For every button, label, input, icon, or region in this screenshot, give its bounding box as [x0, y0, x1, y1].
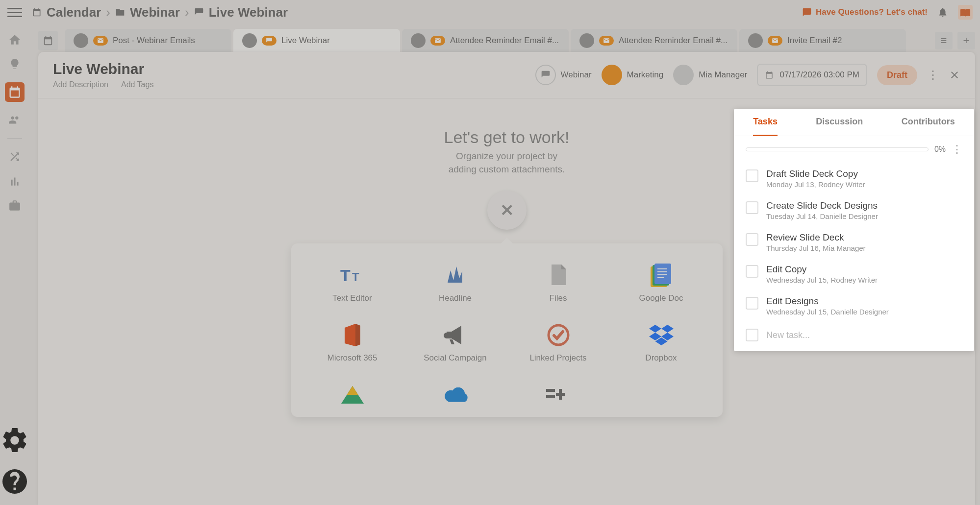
- svg-text:T: T: [340, 266, 351, 285]
- help-icon[interactable]: [0, 467, 29, 496]
- tasks-more-menu[interactable]: ⋮: [952, 143, 962, 156]
- shuffle-icon[interactable]: [8, 150, 21, 163]
- contributors-tab[interactable]: Contributors: [902, 109, 955, 136]
- attach-social-campaign[interactable]: Social Campaign: [409, 323, 502, 363]
- task-checkbox[interactable]: [746, 233, 758, 246]
- new-task-input[interactable]: New task...: [734, 322, 974, 341]
- attach-microsoft-365[interactable]: Microsoft 365: [306, 323, 399, 363]
- task-meta: Monday Jul 13, Rodney Writer: [766, 180, 865, 189]
- attach-files[interactable]: Files: [512, 263, 605, 303]
- attach-more-2[interactable]: [409, 383, 502, 407]
- attach-more-1[interactable]: [306, 383, 399, 407]
- svg-text:T: T: [352, 270, 359, 284]
- calendar-view-button[interactable]: [38, 31, 58, 50]
- svg-rect-6: [657, 271, 667, 272]
- guide-icon[interactable]: [958, 5, 973, 20]
- date-picker[interactable]: 07/17/2026 03:00 PM: [757, 64, 867, 86]
- tab-bar: Post - Webinar Emails Live Webinar Atten…: [38, 28, 975, 53]
- page-title: Live Webinar: [53, 61, 535, 77]
- attach-text-editor[interactable]: TTText Editor: [306, 263, 399, 303]
- tab-list-button[interactable]: ≡: [935, 32, 953, 49]
- document-tab[interactable]: Invite Email #2: [739, 29, 906, 52]
- document-tab-active[interactable]: Live Webinar: [233, 29, 400, 52]
- svg-rect-7: [657, 274, 667, 275]
- progress-bar: [746, 147, 929, 151]
- folder-icon: [115, 7, 125, 17]
- calendar-icon: [32, 7, 42, 17]
- assets-icon[interactable]: [8, 199, 21, 212]
- task-checkbox[interactable]: [746, 265, 758, 278]
- svg-rect-10: [546, 389, 555, 392]
- task-title: Draft Slide Deck Copy: [766, 168, 865, 179]
- task-meta: Tuesday Jul 14, Danielle Designer: [766, 212, 878, 220]
- breadcrumb-folder[interactable]: Webinar: [130, 5, 180, 20]
- owner-chip[interactable]: Mia Manager: [673, 65, 747, 85]
- status-badge[interactable]: Draft: [877, 65, 917, 85]
- hamburger-menu[interactable]: [7, 5, 22, 20]
- document-tab[interactable]: Attendee Reminder Email #...: [571, 29, 737, 52]
- new-tab-button[interactable]: +: [957, 32, 975, 49]
- svg-rect-4: [654, 264, 671, 284]
- task-title: Create Slide Deck Designs: [766, 200, 878, 211]
- tasks-panel: Tasks Discussion Contributors 0% ⋮ Draft…: [734, 109, 974, 351]
- task-item[interactable]: Create Slide Deck DesignsTuesday Jul 14,…: [746, 194, 962, 226]
- calendar-nav-icon[interactable]: [5, 82, 25, 102]
- svg-rect-11: [546, 395, 555, 398]
- task-checkbox[interactable]: [746, 201, 758, 214]
- settings-icon[interactable]: [0, 426, 29, 455]
- task-title: Review Slide Deck: [766, 232, 866, 243]
- attach-more-3[interactable]: [512, 383, 605, 407]
- attach-google-doc[interactable]: Google Doc: [615, 263, 708, 303]
- attach-headline[interactable]: Headline: [409, 263, 502, 303]
- breadcrumb: Calendar › Webinar › Live Webinar: [32, 5, 288, 20]
- document-tab[interactable]: Post - Webinar Emails: [65, 29, 231, 52]
- task-checkbox[interactable]: [746, 297, 758, 310]
- discussion-tab[interactable]: Discussion: [816, 109, 863, 136]
- webinar-icon: [194, 7, 204, 17]
- team-icon[interactable]: [8, 114, 21, 126]
- home-icon[interactable]: [8, 33, 21, 46]
- breadcrumb-calendar[interactable]: Calendar: [47, 5, 101, 20]
- svg-rect-8: [657, 277, 664, 278]
- close-icon[interactable]: [949, 69, 960, 81]
- add-description[interactable]: Add Description: [53, 80, 108, 89]
- task-meta: Thursday Jul 16, Mia Manager: [766, 244, 866, 252]
- task-meta: Wednesday Jul 15, Danielle Designer: [766, 308, 889, 316]
- attach-dropbox[interactable]: Dropbox: [615, 323, 708, 363]
- task-title: Edit Copy: [766, 264, 878, 275]
- close-attachments-button[interactable]: ✕: [487, 191, 527, 230]
- analytics-icon[interactable]: [8, 175, 21, 188]
- document-tab[interactable]: Attendee Reminder Email #...: [402, 29, 569, 52]
- svg-rect-13: [556, 393, 565, 396]
- more-menu[interactable]: ⋮: [927, 68, 939, 82]
- breadcrumb-item[interactable]: Live Webinar: [209, 5, 288, 20]
- task-item[interactable]: Review Slide DeckThursday Jul 16, Mia Ma…: [746, 226, 962, 258]
- category-chip[interactable]: Marketing: [602, 65, 664, 85]
- task-meta: Wednesday Jul 15, Rodney Writer: [766, 276, 878, 284]
- task-checkbox[interactable]: [746, 169, 758, 182]
- svg-rect-5: [657, 268, 667, 269]
- attachment-picker: TTText Editor Headline Files Google Doc …: [291, 243, 723, 417]
- task-title: Edit Designs: [766, 296, 889, 307]
- tasks-tab[interactable]: Tasks: [753, 109, 778, 136]
- add-tags[interactable]: Add Tags: [121, 80, 153, 89]
- progress-percent: 0%: [934, 145, 946, 154]
- ideas-icon[interactable]: [8, 58, 21, 71]
- notifications-icon[interactable]: [937, 7, 948, 18]
- type-chip[interactable]: Webinar: [535, 65, 592, 85]
- chat-link[interactable]: Have Questions? Let's chat!: [802, 7, 928, 17]
- task-item[interactable]: Edit CopyWednesday Jul 15, Rodney Writer: [746, 258, 962, 290]
- task-item[interactable]: Draft Slide Deck CopyMonday Jul 13, Rodn…: [746, 163, 962, 194]
- attach-linked-projects[interactable]: Linked Projects: [512, 323, 605, 363]
- task-item[interactable]: Edit DesignsWednesday Jul 15, Danielle D…: [746, 290, 962, 322]
